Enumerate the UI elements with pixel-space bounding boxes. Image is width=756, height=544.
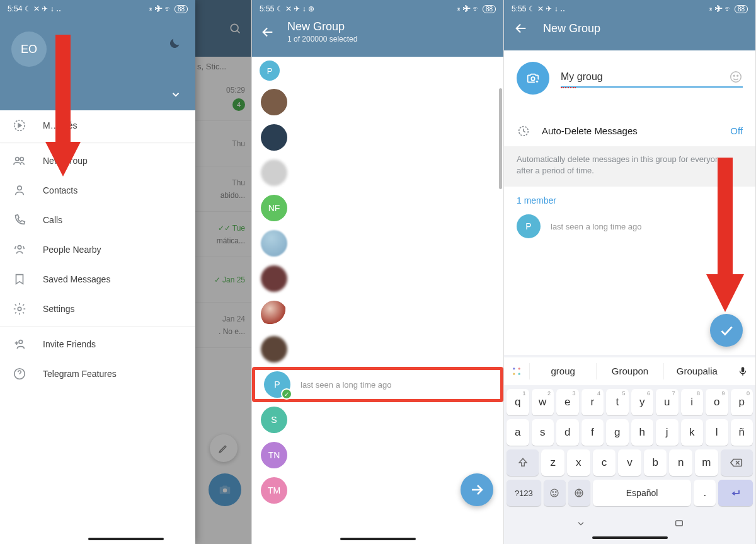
contact-row-selected[interactable]: P ✓ last seen a long time ago xyxy=(252,367,503,402)
key[interactable]: p0 xyxy=(731,389,753,415)
key[interactable]: q1 xyxy=(507,389,529,415)
drawer-item-invite-friends[interactable]: Invite Friends xyxy=(0,329,195,359)
drawer-item-label: Settings xyxy=(43,304,75,314)
scrollbar[interactable] xyxy=(499,88,502,189)
key[interactable]: g xyxy=(606,419,629,446)
backspace-key[interactable] xyxy=(721,449,753,476)
play-circle-icon xyxy=(13,119,26,132)
screen-title: New Group xyxy=(543,22,600,35)
key[interactable]: ñ xyxy=(731,419,753,446)
drawer-item-new-group[interactable]: New Group xyxy=(0,146,195,175)
status-bar: 5:55 ☾ ✕ ✈ ↓ ⊕ ∗ ✈ ᯤ 88 xyxy=(252,0,503,18)
space-key[interactable]: Español xyxy=(593,480,691,506)
drawer-item-settings[interactable]: Settings xyxy=(0,294,195,323)
create-group-fab[interactable] xyxy=(710,314,743,347)
chevron-down-icon xyxy=(170,89,181,100)
contact-row[interactable] xyxy=(252,155,503,190)
contact-row[interactable]: S xyxy=(252,402,503,437)
svg-point-24 xyxy=(518,367,520,369)
back-arrow-icon[interactable] xyxy=(514,21,528,35)
key[interactable]: o9 xyxy=(706,389,728,415)
key[interactable]: n xyxy=(669,449,692,476)
contact-avatar xyxy=(261,89,287,115)
suggestion[interactable]: Groupon xyxy=(596,363,663,379)
key[interactable]: e3 xyxy=(556,389,579,415)
svg-point-10 xyxy=(19,340,23,344)
emoji-button[interactable] xyxy=(729,70,743,84)
member-chip[interactable]: P xyxy=(260,61,280,81)
nav-bar xyxy=(504,512,755,534)
shift-key[interactable] xyxy=(507,449,539,476)
key[interactable]: h xyxy=(631,419,654,446)
nav-bar-indicator xyxy=(88,538,164,540)
person-plus-icon xyxy=(13,337,26,351)
key[interactable]: u7 xyxy=(656,389,679,415)
key[interactable]: w2 xyxy=(532,389,554,415)
account-dropdown[interactable] xyxy=(170,89,181,100)
drawer-item-people-nearby[interactable]: People Nearby xyxy=(0,234,195,264)
key[interactable]: a xyxy=(507,419,529,446)
key[interactable]: r4 xyxy=(581,389,604,415)
contact-row[interactable] xyxy=(252,296,503,332)
auto-delete-row[interactable]: Auto-Delete Messages Off xyxy=(504,115,755,146)
background-chat-list: s, Stic... 05:29 4 Thu Thu abido... ✓✓ T… xyxy=(195,0,251,544)
contact-row[interactable] xyxy=(252,226,503,261)
key[interactable]: x xyxy=(567,449,590,476)
member-search-input[interactable] xyxy=(285,62,496,79)
contact-row[interactable] xyxy=(252,120,503,155)
screen-subtitle: 1 of 200000 selected xyxy=(287,35,357,43)
language-key[interactable] xyxy=(568,480,590,506)
suggestion[interactable]: Groupalia xyxy=(663,363,730,379)
night-mode-toggle[interactable] xyxy=(168,37,181,50)
drawer-item-saved-messages[interactable]: Saved Messages xyxy=(0,264,195,294)
navigation-drawer: 5:54 ☾ ✕ ✈ ↓ ‥ ∗ ✈ ᯤ 88 EO M……és New Gro… xyxy=(0,0,195,544)
keyboard-menu-button[interactable] xyxy=(504,359,529,384)
drawer-item-my-stories[interactable]: M……és xyxy=(0,110,195,140)
suggestion[interactable]: groug xyxy=(529,363,596,379)
next-fab[interactable] xyxy=(461,473,493,506)
key[interactable]: v xyxy=(618,449,641,476)
numeric-key[interactable]: ?123 xyxy=(507,480,541,506)
key[interactable]: s xyxy=(532,419,554,446)
back-arrow-icon[interactable] xyxy=(261,25,275,39)
contact-row[interactable] xyxy=(252,84,503,120)
set-group-photo-button[interactable] xyxy=(517,62,549,95)
status-bar: 5:55 ☾ ✕ ✈ ↓ ‥ ∗ ✈ ᯤ 88 xyxy=(504,0,755,18)
group-name-input[interactable] xyxy=(561,69,743,88)
contact-row[interactable]: TN xyxy=(252,437,503,473)
key[interactable]: z xyxy=(541,449,564,476)
enter-key[interactable] xyxy=(718,480,753,506)
battery-level: 88 xyxy=(735,5,748,13)
drawer-item-calls[interactable]: Calls xyxy=(0,205,195,234)
emoji-key[interactable] xyxy=(544,480,566,506)
contact-row[interactable]: NF xyxy=(252,190,503,226)
key[interactable]: b xyxy=(644,449,667,476)
drawer-item-contacts[interactable]: Contacts xyxy=(0,175,195,205)
svg-point-32 xyxy=(556,492,557,493)
status-time: 5:54 xyxy=(8,4,22,13)
contact-status: last seen a long time ago xyxy=(301,380,491,390)
contact-row[interactable] xyxy=(252,332,503,367)
contacts-list[interactable]: NF P ✓ last seen a long time ago S TN TM xyxy=(252,84,503,544)
key[interactable]: t5 xyxy=(606,389,629,415)
key[interactable]: k xyxy=(681,419,704,446)
profile-avatar[interactable]: EO xyxy=(11,32,47,67)
key[interactable]: m xyxy=(695,449,718,476)
voice-input-button[interactable] xyxy=(730,359,755,384)
member-row[interactable]: P last seen a long time ago xyxy=(517,211,743,242)
members-header: 1 member xyxy=(517,195,743,205)
svg-point-25 xyxy=(513,373,515,375)
period-key[interactable]: . xyxy=(694,480,716,506)
key[interactable]: y6 xyxy=(631,389,654,415)
keyboard-options-icon[interactable] xyxy=(674,518,684,528)
key[interactable]: i8 xyxy=(681,389,704,415)
key[interactable]: l xyxy=(706,419,728,446)
key[interactable]: j xyxy=(656,419,679,446)
drawer-item-telegram-features[interactable]: Telegram Features xyxy=(0,359,195,388)
key[interactable]: c xyxy=(593,449,616,476)
phone-icon xyxy=(13,213,26,227)
key[interactable]: d xyxy=(556,419,579,446)
collapse-keyboard-icon[interactable] xyxy=(576,518,586,528)
key[interactable]: f xyxy=(581,419,604,446)
contact-row[interactable] xyxy=(252,261,503,296)
